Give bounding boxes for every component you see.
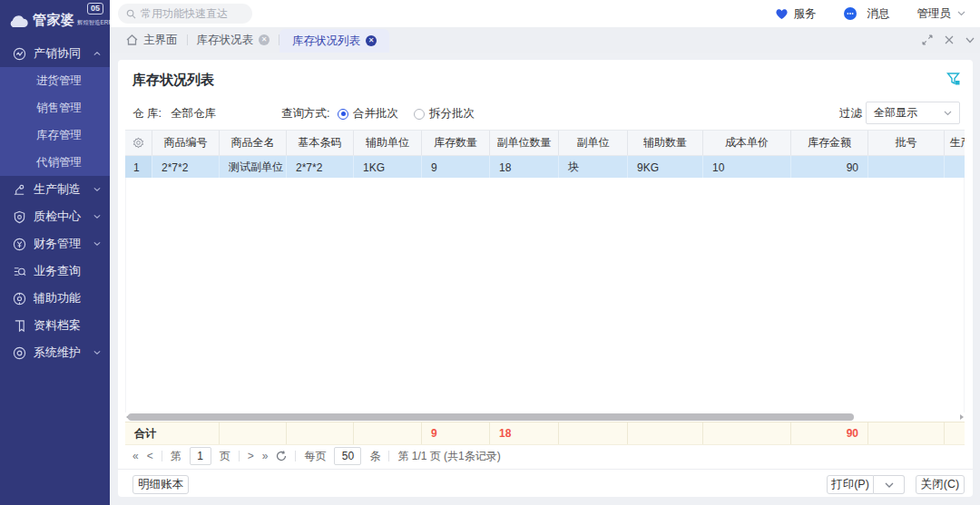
table-cell: 块 xyxy=(559,156,628,179)
column-header[interactable]: 库存金额 xyxy=(791,131,868,155)
total-cell: 18 xyxy=(490,422,559,444)
brand-logo: 管家婆 辉煌智造ERP 05 xyxy=(0,0,110,40)
user-menu[interactable]: 管理员 xyxy=(917,6,972,22)
hand-gear-icon xyxy=(12,291,26,306)
table-cell: 2*7*2 xyxy=(287,156,354,179)
scroll-right-arrow[interactable] xyxy=(959,413,965,421)
sidebar-item-6[interactable]: 资料档案 xyxy=(0,312,110,339)
column-header[interactable]: 生产日期 xyxy=(945,131,965,155)
messages-menu[interactable]: 消息 xyxy=(844,6,890,22)
page-label-post: 页 xyxy=(220,449,230,464)
print-button[interactable]: 打印(P) xyxy=(827,475,874,494)
tab-inventory-report[interactable]: 库存状况表 ✕ xyxy=(188,27,279,53)
close-tab-icon[interactable] xyxy=(945,35,954,44)
column-header[interactable]: 商品编号 xyxy=(152,131,220,155)
sidebar-item-7[interactable]: 系统维护 xyxy=(0,339,110,366)
radio-label: 合并批次 xyxy=(353,106,398,121)
page-number-input[interactable]: 1 xyxy=(190,447,211,465)
column-settings-gear-icon[interactable] xyxy=(125,131,152,155)
shield-check-icon xyxy=(12,209,26,224)
column-header[interactable]: 库存数量 xyxy=(422,131,490,155)
row-index: 1 xyxy=(125,156,152,179)
home-icon xyxy=(126,34,138,45)
warehouse-label: 仓 库: xyxy=(132,106,162,121)
column-header[interactable]: 副单位 xyxy=(559,131,628,155)
sidebar-item-1[interactable]: 生产制造 xyxy=(0,176,110,203)
table-cell: 2*7*2 xyxy=(152,156,220,179)
column-header[interactable]: 基本条码 xyxy=(287,131,354,155)
column-header[interactable]: 副单位数量 xyxy=(490,131,559,155)
refresh-icon[interactable] xyxy=(276,451,287,461)
factory-arm-icon xyxy=(12,182,26,197)
filter-funnel-icon[interactable] xyxy=(946,72,960,89)
table-cell: 测试副单位 xyxy=(220,156,287,179)
total-cell xyxy=(703,422,791,444)
warehouse-value[interactable]: 全部仓库 xyxy=(171,106,216,121)
submenu-item[interactable]: 库存管理 xyxy=(0,121,110,149)
horizontal-scrollbar[interactable] xyxy=(125,413,965,422)
radio-label: 拆分批次 xyxy=(429,106,475,121)
total-cell: 90 xyxy=(791,422,868,444)
filter-row: 仓 库: 全部仓库 查询方式: 合并批次 拆分批次 过滤 全部显示 xyxy=(118,102,973,125)
cloud-logo-icon xyxy=(6,15,29,32)
filter-select-value: 全部显示 xyxy=(874,105,917,121)
column-header[interactable]: 成本单价 xyxy=(703,131,791,155)
page-label-pre: 第 xyxy=(171,449,181,464)
brand-badge: 05 xyxy=(87,3,103,15)
inventory-table: 商品编号商品全名基本条码辅助单位库存数量副单位数量副单位辅助数量成本单价库存金额… xyxy=(125,130,965,179)
next-page-button[interactable]: > xyxy=(248,450,254,462)
submenu-item[interactable]: 代销管理 xyxy=(0,149,110,176)
topbar: 常用功能快速直达 服务 消息 管理员 xyxy=(110,0,980,27)
table-cell: 9 xyxy=(422,156,490,179)
submenu-item[interactable]: 销售管理 xyxy=(0,94,110,121)
sidebar-item-2[interactable]: 质检中心 xyxy=(0,203,110,230)
brand-name: 管家婆 xyxy=(33,12,75,29)
pager-separator xyxy=(295,451,296,461)
sidebar-item-label: 财务管理 xyxy=(34,236,81,252)
tab-inventory-list[interactable]: 库存状况列表 ✕ xyxy=(279,29,389,53)
query-mode-radios: 合并批次 拆分批次 xyxy=(338,106,475,121)
search-placeholder: 常用功能快速直达 xyxy=(141,6,228,22)
tab-close-icon[interactable]: ✕ xyxy=(259,34,270,45)
tabbar: 主界面 库存状况表 ✕ 库存状况列表 ✕ xyxy=(110,27,980,53)
per-page-input[interactable]: 50 xyxy=(334,447,361,465)
sidebar-item-4[interactable]: 业务查询 xyxy=(0,257,110,285)
detail-ledger-button[interactable]: 明细账本 xyxy=(132,475,189,494)
column-header[interactable]: 辅助单位 xyxy=(354,131,422,155)
submenu-item[interactable]: 进货管理 xyxy=(0,67,110,94)
scrollbar-thumb[interactable] xyxy=(128,413,854,421)
close-button[interactable]: 关闭(C) xyxy=(916,475,965,494)
sidebar-item-label: 业务查询 xyxy=(34,263,81,279)
sidebar-item-3[interactable]: 财务管理 xyxy=(0,230,110,257)
column-header[interactable]: 商品全名 xyxy=(220,131,287,155)
first-page-button[interactable]: « xyxy=(132,450,139,462)
table-cell: 10 xyxy=(703,156,791,179)
tab-close-icon[interactable]: ✕ xyxy=(366,35,377,46)
filter-select[interactable]: 全部显示 xyxy=(866,102,960,124)
sidebar-item-5[interactable]: 辅助功能 xyxy=(0,285,110,312)
total-cell xyxy=(220,422,287,444)
tab-home[interactable]: 主界面 xyxy=(117,27,187,53)
table-row[interactable]: 12*7*2测试副单位2*7*21KG918块9KG1090 xyxy=(125,156,965,179)
chevron-down-icon xyxy=(944,111,952,116)
table-empty-area xyxy=(125,178,965,413)
last-page-button[interactable]: » xyxy=(262,450,269,462)
radio-split-batch[interactable]: 拆分批次 xyxy=(414,106,475,121)
service-menu[interactable]: 服务 xyxy=(775,6,817,22)
chevron-down-icon xyxy=(93,215,101,219)
total-cell xyxy=(945,422,965,444)
heart-icon xyxy=(775,8,789,20)
table-cell: 1KG xyxy=(354,156,422,179)
collapse-icon[interactable] xyxy=(965,37,975,44)
prev-page-button[interactable]: < xyxy=(147,450,153,462)
sidebar-submenu: 进货管理销售管理库存管理代销管理 xyxy=(0,67,110,176)
search-input[interactable]: 常用功能快速直达 xyxy=(118,4,252,24)
expand-icon[interactable] xyxy=(922,34,933,45)
sidebar-item-0[interactable]: 产销协同 xyxy=(0,40,110,67)
column-header[interactable]: 辅助数量 xyxy=(628,131,703,155)
print-dropdown-button[interactable] xyxy=(874,475,905,494)
total-cell xyxy=(628,422,703,444)
column-header[interactable]: 批号 xyxy=(868,131,945,155)
pagination-summary: 第 1/1 页 (共1条记录) xyxy=(397,449,500,464)
radio-merge-batch[interactable]: 合并批次 xyxy=(338,106,398,121)
